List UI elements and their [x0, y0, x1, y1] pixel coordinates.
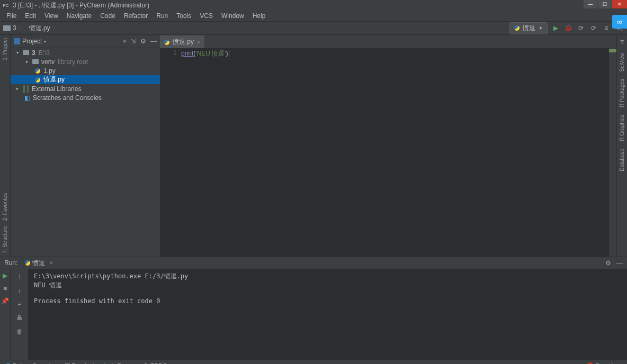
- trash-icon[interactable]: 🗑: [14, 327, 25, 336]
- gear-icon[interactable]: ⚙: [140, 38, 146, 45]
- run-config-select[interactable]: 愤逗 ▼: [509, 22, 548, 34]
- expand-arrow-icon[interactable]: ▾: [15, 50, 20, 56]
- softwrap-icon[interactable]: ⤶: [14, 299, 25, 309]
- chevron-down-icon[interactable]: ▾: [44, 39, 46, 44]
- tree-venv[interactable]: ▸ venv library root: [11, 57, 160, 66]
- breadcrumb-file[interactable]: 愤逗.py: [29, 24, 50, 33]
- code-token-paren: ): [226, 50, 228, 57]
- folder-icon: [23, 50, 29, 55]
- tree-item-label: Scratches and Consoles: [33, 94, 102, 102]
- run-left-gutter: ▶ ■ 📌: [0, 269, 11, 360]
- tree-item-label: 1.py: [43, 67, 56, 75]
- terminal-icon: ▣: [65, 362, 70, 364]
- title-bar: PC 3 [E:\3] - ..\愤逗.py [3] - PyCharm (Ad…: [0, 0, 627, 11]
- editor-tab[interactable]: 愤逗.py ×: [160, 35, 204, 48]
- close-button[interactable]: ✕: [612, 0, 627, 8]
- rerun-button[interactable]: ▶: [3, 272, 7, 279]
- toolwin-rgraphics[interactable]: R Graphics: [619, 115, 625, 141]
- debug-button[interactable]: 🐞: [563, 23, 573, 33]
- tab-run[interactable]: ▶ 4: Run: [104, 362, 128, 364]
- db-icon[interactable]: ≡: [620, 38, 624, 46]
- menu-refactor[interactable]: Refactor: [121, 12, 151, 20]
- run-coverage-button[interactable]: ⟳: [576, 23, 586, 33]
- menu-help[interactable]: Help: [249, 12, 269, 20]
- toolwin-sciview[interactable]: SciView: [619, 53, 625, 71]
- tab-terminal[interactable]: ▣ Terminal: [65, 362, 94, 364]
- editor-area: 愤逗.py × 1 print('NEU 愤逗'): [160, 35, 616, 257]
- tab-close-icon[interactable]: ×: [197, 39, 200, 46]
- locate-icon[interactable]: ⌖: [123, 38, 127, 45]
- tab-label: Python Console: [13, 362, 54, 365]
- scratches-icon: ◧: [23, 95, 31, 101]
- hide-icon[interactable]: —: [150, 38, 157, 45]
- toolwin-favorites[interactable]: 2: Favorites: [2, 193, 8, 221]
- run-output[interactable]: E:\3\venv\Scripts\python.exe E:/3/愤逗.py …: [29, 269, 627, 360]
- down-icon[interactable]: ↓: [14, 286, 25, 295]
- print-icon[interactable]: 🖶: [14, 313, 25, 323]
- project-panel: Project ▾ ⌖ ⇲ ⚙ — ▾ 3 E:\3 ▸ venv librar…: [11, 35, 160, 257]
- menu-window[interactable]: Window: [218, 12, 247, 20]
- code-token-str: 'NEU 愤逗': [195, 50, 226, 57]
- tree-root[interactable]: ▾ 3 E:\3: [11, 48, 160, 57]
- toolwin-structure[interactable]: 7: Structure: [2, 226, 8, 253]
- tree-file-current[interactable]: 愤逗.py: [11, 75, 160, 84]
- ok-marker-icon: [609, 49, 616, 52]
- gear-icon[interactable]: ⚙: [605, 259, 611, 267]
- tab-python-console[interactable]: Python Console: [5, 362, 54, 365]
- collapsed-arrow-icon[interactable]: ▸: [15, 86, 20, 92]
- collapsed-arrow-icon[interactable]: ▸: [24, 59, 30, 65]
- menu-vcs[interactable]: VCS: [196, 12, 216, 20]
- code-token-fn: print: [181, 50, 193, 57]
- stop-button[interactable]: ■: [3, 285, 7, 292]
- profile-button[interactable]: ⟳: [589, 23, 598, 33]
- menu-bar: File Edit View Navigate Code Refactor Ru…: [0, 11, 627, 21]
- tree-external-libs[interactable]: ▸ ║║ External Libraries: [11, 84, 160, 93]
- collapse-icon[interactable]: ⇲: [131, 38, 136, 45]
- maximize-button[interactable]: ☐: [598, 0, 612, 8]
- tree-file-1py[interactable]: 1.py: [11, 66, 160, 75]
- menu-navigate[interactable]: Navigate: [64, 12, 95, 20]
- tab-close-icon[interactable]: ×: [49, 259, 53, 267]
- tab-label: 愤逗.py: [173, 38, 194, 47]
- pin-icon[interactable]: 📌: [1, 297, 9, 305]
- up-icon[interactable]: ↑: [14, 272, 25, 281]
- project-dropdown-icon[interactable]: [14, 38, 20, 44]
- menu-tools[interactable]: Tools: [173, 12, 194, 20]
- toolwin-rpkgs[interactable]: R Packages: [619, 79, 625, 107]
- python-icon: [35, 68, 40, 74]
- menu-run[interactable]: Run: [153, 12, 171, 20]
- run-title: Run:: [4, 259, 17, 267]
- folder-icon: [32, 59, 39, 64]
- folder-icon: [3, 25, 11, 31]
- editor[interactable]: 1 print('NEU 愤逗'): [160, 48, 616, 257]
- code-content[interactable]: print('NEU 愤逗'): [181, 48, 609, 257]
- menu-view[interactable]: View: [41, 12, 61, 20]
- python-icon: [25, 260, 30, 266]
- right-tool-strip: ≡ SciView R Packages R Graphics Database: [616, 35, 627, 257]
- run-tab[interactable]: 愤逗 ×: [25, 259, 53, 268]
- menu-edit[interactable]: Edit: [22, 12, 39, 20]
- editor-marker-strip: [609, 48, 616, 257]
- menu-file[interactable]: File: [3, 12, 20, 20]
- toolwin-database[interactable]: Database: [619, 149, 625, 171]
- minimize-button[interactable]: —: [584, 0, 597, 8]
- chevron-down-icon: ▼: [539, 26, 543, 31]
- tree-scratches[interactable]: ◧ Scratches and Consoles: [11, 93, 160, 102]
- event-log[interactable]: 1 Event Log: [587, 362, 622, 365]
- run-button[interactable]: ▶: [551, 23, 560, 33]
- breadcrumb-sep-icon: 〉: [19, 24, 25, 33]
- caret-icon: [229, 50, 229, 57]
- breadcrumb-root[interactable]: 3: [13, 24, 16, 32]
- breadcrumb-chevron-icon: 〉: [52, 24, 59, 33]
- hide-icon[interactable]: —: [616, 259, 623, 267]
- attach-button[interactable]: ≡: [602, 23, 611, 33]
- play-icon: ▶: [104, 362, 109, 364]
- toolwin-project[interactable]: 1: Project: [2, 38, 8, 60]
- project-title[interactable]: Project: [22, 38, 42, 45]
- line-gutter: 1: [160, 48, 181, 257]
- external-float-icon[interactable]: ∞: [612, 15, 627, 29]
- libraries-icon: ║║: [22, 86, 30, 92]
- tab-todo[interactable]: ≡ 6: TODO: [139, 362, 167, 365]
- menu-code[interactable]: Code: [97, 12, 119, 20]
- tab-label: 6: TODO: [144, 362, 167, 365]
